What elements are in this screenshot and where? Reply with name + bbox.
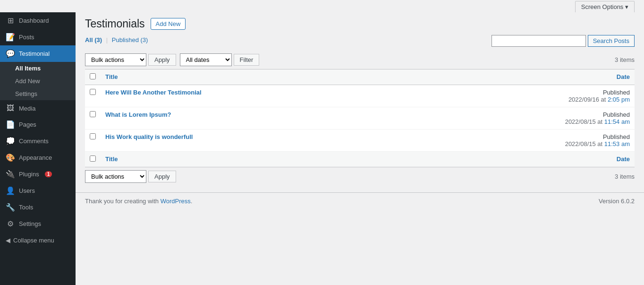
table-row: What is Lorem Ipsum? Published 2022/08/1… [85, 107, 635, 129]
time-value: 2:05 pm [608, 96, 630, 103]
sidebar-item-label: Tools [19, 204, 33, 211]
testimonial-icon: 💬 [6, 49, 15, 58]
sidebar-item-label: Users [19, 187, 35, 194]
row-date-cell: Published 2022/09/16 at 2:05 pm [414, 85, 635, 107]
header-date-col[interactable]: Date [414, 69, 635, 85]
table-header-row: Title Date [85, 69, 635, 85]
search-row: Search Posts [491, 35, 635, 47]
sidebar-item-all-items[interactable]: All Items [0, 62, 76, 75]
sidebar-item-label: Testimonial [19, 50, 50, 57]
search-input[interactable] [491, 35, 586, 47]
users-icon: 👤 [6, 186, 15, 195]
time-value: 11:53 am [604, 140, 630, 147]
add-new-label: Add New [15, 78, 40, 85]
select-all-footer-checkbox[interactable] [90, 155, 96, 162]
header-title-col[interactable]: Title [101, 69, 414, 85]
sidebar-item-comments[interactable]: 💭 Comments [0, 133, 76, 149]
sidebar-item-label: Plugins [19, 171, 39, 178]
footer-version: Version 6.0.2 [599, 198, 635, 205]
row-checkbox-0[interactable] [90, 89, 96, 95]
row-checkbox-cell [85, 107, 101, 129]
comments-icon: 💭 [6, 137, 15, 146]
row-date-cell: Published 2022/08/15 at 11:53 am [414, 129, 635, 151]
media-icon: 🖼 [6, 104, 15, 112]
date-status: Published [603, 133, 630, 140]
settings-icon: ⚙ [6, 219, 15, 228]
row-title-cell: His Work quality is wonderfull [101, 129, 414, 151]
sidebar-item-add-new[interactable]: Add New [0, 75, 76, 87]
post-title-link[interactable]: His Work quality is wonderfull [105, 133, 193, 140]
apply-button-bottom[interactable]: Apply [148, 171, 176, 182]
collapse-menu-label: Collapse menu [13, 237, 54, 244]
date-value: 2022/09/16 at 2:05 pm [568, 96, 630, 103]
sidebar-item-dashboard[interactable]: ⊞ Dashboard [0, 12, 76, 29]
page-title: Testimonials [85, 17, 145, 31]
select-all-checkbox[interactable] [90, 73, 96, 79]
wordpress-link[interactable]: WordPress [161, 198, 191, 205]
plugins-icon: 🔌 [6, 170, 15, 179]
row-checkbox-2[interactable] [90, 133, 96, 139]
bottom-toolbar: Bulk actions Apply 3 items [85, 170, 635, 183]
sidebar-item-plugins[interactable]: 🔌 Plugins 1 [0, 166, 76, 182]
collapse-arrow-icon: ◀ [6, 237, 10, 244]
table-row: His Work quality is wonderfull Published… [85, 129, 635, 151]
post-title-link[interactable]: Here Will Be Another Testimonial [105, 89, 202, 96]
row-date-cell: Published 2022/08/15 at 11:54 am [414, 107, 635, 129]
sidebar-item-testimonial[interactable]: 💬 Testimonial [0, 45, 76, 62]
date-value: 2022/08/15 at 11:54 am [565, 118, 630, 125]
table-footer-row: Title Date [85, 151, 635, 167]
row-title-cell: What is Lorem Ipsum? [101, 107, 414, 129]
sidebar-item-posts[interactable]: 📝 Posts [0, 29, 76, 45]
sidebar-item-label: Posts [19, 34, 34, 41]
search-posts-button[interactable]: Search Posts [588, 35, 635, 47]
row-title-cell: Here Will Be Another Testimonial [101, 85, 414, 107]
footer-date-col[interactable]: Date [414, 151, 635, 167]
tools-icon: 🔧 [6, 203, 15, 212]
bulk-actions-select-top[interactable]: Bulk actions [85, 53, 146, 66]
collapse-menu-button[interactable]: ◀ Collapse menu [0, 232, 76, 249]
date-status: Published [603, 111, 630, 118]
sidebar: ⊞ Dashboard 📝 Posts 💬 Testimonial All It… [0, 12, 76, 285]
row-checkbox-1[interactable] [90, 111, 96, 117]
main-content: Testimonials Add New All (3) | Published… [76, 12, 644, 285]
all-items-label: All Items [15, 65, 41, 72]
table-row: Here Will Be Another Testimonial Publish… [85, 85, 635, 107]
sidebar-item-tools[interactable]: 🔧 Tools [0, 199, 76, 216]
page-footer: Thank you for creating with WordPress. V… [76, 192, 644, 209]
sidebar-item-pages[interactable]: 📄 Pages [0, 116, 76, 133]
items-count-bottom: 3 items [615, 173, 635, 180]
filter-links: All (3) | Published (3) [85, 36, 148, 43]
apply-button-top[interactable]: Apply [148, 54, 176, 66]
sidebar-item-settings[interactable]: ⚙ Settings [0, 216, 76, 232]
screen-options-label: Screen Options [581, 3, 624, 10]
row-checkbox-cell [85, 85, 101, 107]
sidebar-item-settings-sub[interactable]: Settings [0, 87, 76, 100]
appearance-icon: 🎨 [6, 153, 15, 162]
sidebar-item-label: Appearance [19, 154, 52, 161]
filter-button-top[interactable]: Filter [234, 54, 260, 66]
footer-thank-you: Thank you for creating with WordPress. [85, 198, 192, 205]
screen-options-button[interactable]: Screen Options ▾ [575, 1, 635, 12]
sidebar-item-users[interactable]: 👤 Users [0, 182, 76, 199]
footer-checkbox-col [85, 151, 101, 167]
sidebar-item-label: Dashboard [19, 17, 49, 24]
top-toolbar: Bulk actions Apply All dates Filter 3 it… [85, 53, 635, 66]
sidebar-item-media[interactable]: 🖼 Media [0, 100, 76, 116]
post-title-link[interactable]: What is Lorem Ipsum? [105, 111, 171, 118]
sidebar-item-appearance[interactable]: 🎨 Appearance [0, 149, 76, 166]
date-status: Published [603, 89, 630, 96]
dates-select-top[interactable]: All dates [180, 53, 232, 66]
items-count-top: 3 items [615, 56, 635, 63]
footer-title-col[interactable]: Title [101, 151, 414, 167]
page-header: Testimonials Add New [85, 17, 635, 31]
bulk-actions-select-bottom[interactable]: Bulk actions [85, 170, 146, 183]
dashboard-icon: ⊞ [6, 16, 15, 25]
header-checkbox-col [85, 69, 101, 85]
add-new-button[interactable]: Add New [151, 18, 186, 30]
posts-table: Title Date Here Will Be Another Testimon… [85, 69, 635, 167]
sidebar-item-label: Settings [19, 220, 41, 227]
settings-sub-label: Settings [15, 90, 37, 97]
filter-published-link[interactable]: Published (3) [112, 36, 148, 43]
filter-all-link[interactable]: All (3) [85, 36, 102, 43]
filter-separator: | [106, 36, 108, 43]
